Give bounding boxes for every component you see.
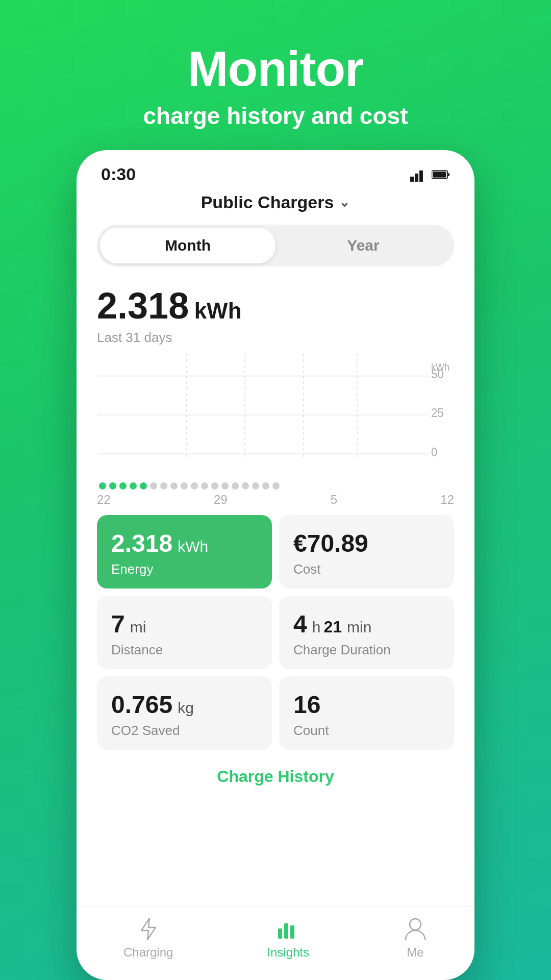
- bottom-nav: Charging Insights Me: [77, 906, 474, 965]
- count-stat-label: Count: [293, 723, 440, 739]
- svg-rect-6: [433, 172, 446, 177]
- chart-label-12: 12: [440, 493, 454, 507]
- nav-charging-label: Charging: [123, 945, 173, 960]
- duration-stat-label: Charge Duration: [293, 642, 440, 658]
- dot-inactive-4: [181, 482, 188, 489]
- stats-grid: 2.318 kWh Energy €70.89 Cost 7 mi Distan…: [97, 515, 454, 750]
- co2-stat-value: 0.765: [111, 691, 172, 719]
- tab-year[interactable]: Year: [276, 228, 451, 263]
- charger-label: Public Chargers: [201, 192, 334, 212]
- duration-card[interactable]: 4 h 21 min Charge Duration: [279, 596, 454, 669]
- dot-active-5: [140, 482, 147, 489]
- dot-inactive-6: [201, 482, 208, 489]
- svg-point-22: [410, 919, 421, 930]
- tab-toggle: Month Year: [97, 225, 454, 266]
- duration-stat-min: min: [347, 619, 371, 636]
- cost-stat-label: Cost: [293, 561, 440, 577]
- dot-inactive-8: [221, 482, 229, 489]
- dot-active: [99, 482, 106, 489]
- dot-active-3: [119, 482, 127, 489]
- energy-unit: kWh: [194, 298, 242, 323]
- chart-area: 50 kWh 25 0: [97, 354, 454, 476]
- distance-stat-value: 7: [111, 610, 125, 638]
- chart-label-22: 22: [97, 493, 111, 507]
- duration-stat-value: 4: [293, 610, 307, 638]
- nav-me[interactable]: Me: [403, 917, 428, 960]
- svg-rect-1: [415, 174, 418, 182]
- energy-stat-unit: kWh: [178, 538, 208, 555]
- svg-rect-19: [284, 923, 288, 939]
- energy-display: 2.318 kWh: [97, 285, 454, 327]
- battery-icon: [432, 167, 450, 182]
- me-icon: [403, 917, 428, 941]
- co2-stat-unit: kg: [178, 699, 194, 717]
- svg-text:0: 0: [431, 445, 437, 459]
- status-time: 0:30: [101, 164, 136, 184]
- status-icons: [410, 167, 450, 182]
- chart-svg: 50 kWh 25 0: [97, 354, 454, 476]
- energy-card[interactable]: 2.318 kWh Energy: [97, 515, 272, 589]
- svg-rect-5: [447, 173, 449, 176]
- co2-stat-label: CO2 Saved: [111, 723, 258, 739]
- energy-value: 2.318: [97, 285, 189, 326]
- cost-card[interactable]: €70.89 Cost: [279, 515, 454, 589]
- charger-selector[interactable]: Public Chargers ⌄: [97, 192, 454, 212]
- period-label: Last 31 days: [97, 330, 454, 346]
- chevron-down-icon: ⌄: [339, 194, 350, 210]
- nav-charging[interactable]: Charging: [123, 917, 173, 960]
- status-bar: 0:30: [77, 150, 474, 192]
- tab-month[interactable]: Month: [100, 228, 276, 263]
- svg-text:kWh: kWh: [431, 361, 449, 373]
- dot-inactive-11: [252, 482, 259, 489]
- chart-x-labels: 22 29 5 12: [97, 493, 454, 515]
- dot-inactive-7: [211, 482, 218, 489]
- nav-insights[interactable]: Insights: [267, 917, 309, 960]
- svg-rect-18: [278, 928, 282, 939]
- dot-inactive-5: [191, 482, 198, 489]
- charge-history-button[interactable]: Charge History: [97, 760, 454, 793]
- count-stat-value: 16: [293, 691, 320, 719]
- dot-inactive-2: [160, 482, 167, 489]
- distance-card[interactable]: 7 mi Distance: [97, 596, 272, 669]
- svg-rect-2: [419, 170, 423, 182]
- phone-content: Public Chargers ⌄ Month Year 2.318 kWh L…: [77, 192, 474, 906]
- nav-insights-label: Insights: [267, 945, 309, 960]
- cost-stat-value: €70.89: [293, 529, 368, 557]
- hero-subtitle: charge history and cost: [0, 102, 551, 130]
- nav-me-label: Me: [407, 945, 423, 960]
- insights-icon: [276, 917, 300, 941]
- svg-rect-0: [410, 177, 414, 182]
- distance-stat-label: Distance: [111, 642, 258, 658]
- dot-active-4: [130, 482, 137, 489]
- svg-text:25: 25: [431, 406, 443, 420]
- chart-dots: [97, 482, 454, 489]
- duration-stat-min-val: 21: [323, 618, 342, 636]
- dot-inactive-12: [262, 482, 269, 489]
- dot-inactive-9: [232, 482, 239, 489]
- charging-icon: [136, 917, 161, 941]
- chart-label-29: 29: [214, 493, 228, 507]
- dot-active-2: [109, 482, 116, 489]
- phone-mockup: 0:30 Public Chargers ⌄ Month: [77, 150, 474, 980]
- energy-stat-label: Energy: [111, 561, 258, 577]
- chart-label-5: 5: [331, 493, 337, 507]
- hero-title: Monitor: [0, 41, 551, 97]
- co2-card[interactable]: 0.765 kg CO2 Saved: [97, 676, 272, 750]
- dot-inactive-3: [170, 482, 178, 489]
- dot-inactive-1: [150, 482, 157, 489]
- dot-inactive-10: [242, 482, 249, 489]
- duration-stat-h: h: [312, 619, 321, 636]
- distance-stat-unit: mi: [130, 619, 146, 636]
- svg-rect-20: [290, 925, 294, 939]
- signal-icon: [410, 167, 427, 182]
- count-card[interactable]: 16 Count: [279, 676, 454, 750]
- energy-stat-value: 2.318: [111, 529, 172, 557]
- dot-inactive-13: [272, 482, 280, 489]
